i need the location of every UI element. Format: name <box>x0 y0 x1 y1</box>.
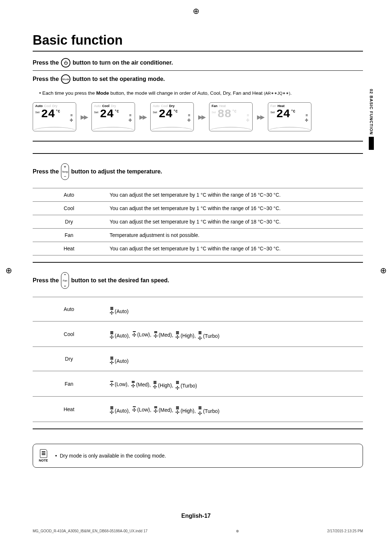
fan-speed-icon: ✢ <box>175 331 180 340</box>
fan-speeds-cell: ✢ (Auto),✢ (Low),✢ (Med),✢ (High),✢ (Tur… <box>105 397 363 422</box>
set-label: Set <box>153 111 157 114</box>
note-text-content: Dry mode is only available in the coolin… <box>60 453 166 459</box>
fan-speeds-cell: ✢ (Low),✢ (Med),✢ (High),✢ (Turbo) <box>105 371 363 397</box>
plus-icon: + <box>64 165 66 169</box>
fan-speed-label: (Auto), <box>115 408 130 414</box>
fan-label: Fan <box>63 279 67 282</box>
temp-display: 24°C <box>35 108 74 120</box>
fan-speed-icon: ✢ <box>110 357 114 365</box>
mode-bullet-post: button, the mode will change in order of… <box>109 90 264 96</box>
temp-display: 24°C <box>153 108 191 120</box>
fan-speed-icon: ✢ <box>132 406 136 413</box>
mode-pre: Press the <box>33 76 59 82</box>
fan-speed-icon: ✢ <box>198 331 202 341</box>
fan-speed-item: ✢ (Auto) <box>110 307 128 315</box>
fan-indicator-icon: ≡✢ <box>246 113 249 123</box>
mode-cell: Cool <box>33 321 105 347</box>
table-row: HeatYou can adjust the set temperature b… <box>33 242 363 255</box>
mode-bullet-bold: Mode <box>96 90 109 96</box>
fan-speed-label: (Med), <box>159 332 173 338</box>
mode-cell: Heat <box>33 397 105 422</box>
fan-speed-item: ✢ (Med), <box>154 406 173 414</box>
fan-speed-item: ✢ (Auto) <box>110 357 128 365</box>
fan-speed-label: (Low), <box>115 381 129 387</box>
temp-instruction: Press the + Temp − button to adjust the … <box>33 154 363 183</box>
arrow-next-icon: ▶▶ <box>138 114 147 120</box>
fan-speed-label: (High), <box>180 333 196 339</box>
mode-screen: AutoCoolDrySet24°C≡✢ <box>33 102 76 131</box>
desc-cell: You can adjust the set temperature by 1 … <box>105 202 363 215</box>
fan-speeds-cell: ✢ (Auto),✢ (Low),✢ (Med),✢ (High),✢ (Tur… <box>105 321 363 347</box>
fan-speed-item: ✢ (Med), <box>154 331 173 339</box>
fan-speed-label: (Auto) <box>115 358 128 364</box>
arrow-next-icon: ▶▶ <box>197 114 206 120</box>
mode-cell: Cool <box>33 202 105 215</box>
set-label: Set <box>270 111 275 114</box>
fan-speeds-cell: ✢ (Auto) <box>105 297 363 321</box>
temp-label: Temp <box>62 171 68 173</box>
mode-screen: AutoCoolDrySet24°C≡✢ <box>91 102 135 131</box>
mode-label: Fan <box>270 104 276 108</box>
fan-speed-label: (Med), <box>159 407 173 413</box>
fan-speed-table: Auto✢ (Auto)Cool✢ (Auto),✢ (Low),✢ (Med)… <box>33 297 363 422</box>
temp-post: button to adjust the temperature. <box>71 168 162 175</box>
fan-speeds-cell: ✢ (Auto) <box>105 347 363 371</box>
fan-instruction: Press the ⌃ Fan ⌄ button to set the desi… <box>33 263 363 292</box>
mode-button-icon: Mode <box>61 74 70 84</box>
fan-speed-label: (Turbo) <box>203 333 219 339</box>
arrow-next-icon: ▶▶ <box>79 114 89 120</box>
fan-indicator-icon: ≡✢ <box>70 113 73 123</box>
fan-speed-item: ✢ (Low), <box>132 406 151 413</box>
fan-speed-icon: ✢ <box>131 381 135 388</box>
fan-indicator-icon: ≡✢ <box>187 113 191 123</box>
chevron-down-icon: ⌄ <box>63 283 67 287</box>
fan-speed-label: (Low), <box>137 407 151 413</box>
fan-speed-item: ✢ (Low), <box>110 381 129 387</box>
power-pre: Press the <box>33 60 59 66</box>
fan-button-icon: ⌃ Fan ⌄ <box>61 272 69 289</box>
temperature-table: AutoYou can adjust the set temperature b… <box>33 188 363 255</box>
temp-button-icon: + Temp − <box>61 163 69 180</box>
table-row: Fan✢ (Low),✢ (Med),✢ (High),✢ (Turbo) <box>33 371 363 397</box>
fan-speed-icon: ✢ <box>110 381 114 387</box>
mode-screen: AutoCoolDrySet24°C≡✢ <box>150 102 194 131</box>
mode-bullet-end: . <box>290 90 292 96</box>
desc-cell: You can adjust the set temperature by 1 … <box>105 215 363 229</box>
table-row: DryYou can adjust the set temperature by… <box>33 215 363 229</box>
mode-cell: Dry <box>33 347 105 371</box>
fan-speed-icon: ✢ <box>154 331 158 339</box>
power-post: button to turn on the air conditioner. <box>73 60 173 66</box>
table-row: Dry✢ (Auto) <box>33 347 363 371</box>
fan-speed-label: (Turbo) <box>203 408 219 414</box>
mode-cell: Auto <box>33 297 105 321</box>
note-box: NOTE • Dry mode is only available in the… <box>33 444 363 468</box>
side-tab-label: 02 BASIC FUNCTION <box>369 89 373 135</box>
set-label: Set <box>212 111 216 114</box>
fan-speed-icon: ✢ <box>110 406 114 415</box>
fan-speed-item: ✢ (Med), <box>131 381 151 388</box>
fan-speed-item: ✢ (High), <box>175 406 196 415</box>
fan-speed-label: (Auto) <box>115 308 128 314</box>
fan-indicator-icon: ≡✢ <box>305 113 308 123</box>
mode-instruction: Press the Mode button to set the operati… <box>33 71 363 87</box>
print-time: 2/17/2015 2:13:25 PM <box>327 529 363 533</box>
desc-cell: You can adjust the set temperature by 1 … <box>105 188 363 202</box>
fan-speed-icon: ✢ <box>175 406 180 415</box>
fan-pre: Press the <box>33 277 59 284</box>
set-label: Set <box>94 111 98 114</box>
table-row: Heat✢ (Auto),✢ (Low),✢ (Med),✢ (High),✢ … <box>33 397 363 422</box>
fan-speed-icon: ✢ <box>198 406 202 416</box>
fan-speed-label: (Low), <box>137 332 151 337</box>
page-number: English-17 <box>0 513 392 519</box>
fan-speed-item: ✢ (Auto), <box>110 331 130 340</box>
fan-speed-item: ✢ (Auto), <box>110 406 130 415</box>
chevron-up-icon: ⌃ <box>63 274 67 278</box>
fan-post: button to set the desired fan speed. <box>71 277 169 284</box>
crop-mark-top: ⊕ <box>193 7 199 16</box>
fan-speed-icon: ✢ <box>154 406 158 414</box>
fan-speed-label: (Med), <box>136 382 151 388</box>
power-icon: ⏻ <box>61 58 70 67</box>
print-metadata: MG_GOOD_R-410A_A3050_IB&IM_EN_DB68-05188… <box>33 529 363 533</box>
mode-bullet: Each time you press the Mode button, the… <box>33 87 363 101</box>
fan-speed-label: (High), <box>158 382 173 388</box>
